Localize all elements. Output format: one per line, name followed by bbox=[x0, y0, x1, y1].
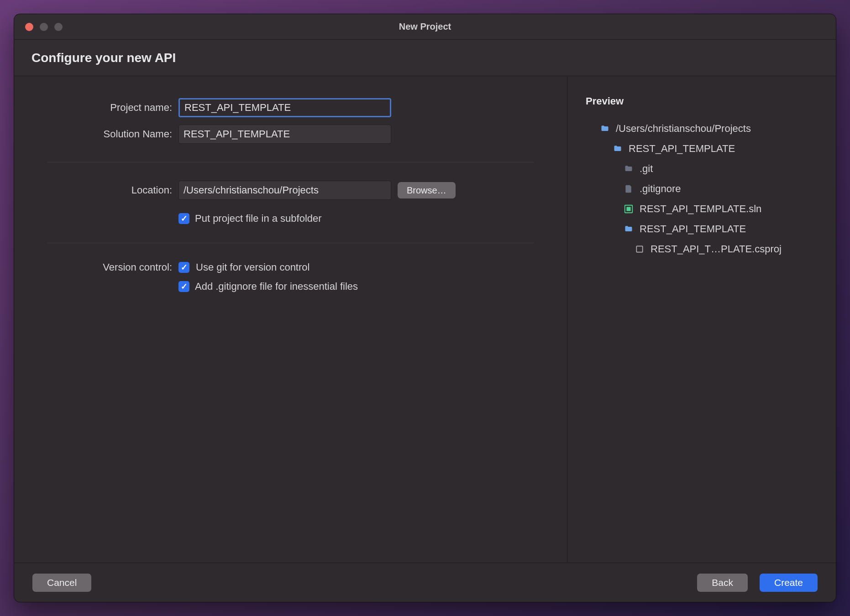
file-icon bbox=[623, 183, 634, 194]
tree-gitignore-file: .gitignore bbox=[623, 183, 818, 195]
location-label: Location: bbox=[31, 184, 172, 196]
tree-label: REST_API_TEMPLATE bbox=[629, 143, 735, 155]
preview-panel: Preview /Users/christianschou/Projects R… bbox=[567, 76, 836, 563]
window-title: New Project bbox=[14, 21, 836, 32]
tree-label: .gitignore bbox=[640, 183, 681, 195]
tree-sln-file: REST_API_TEMPLATE.sln bbox=[623, 203, 818, 215]
version-control-label: Version control: bbox=[31, 261, 172, 273]
tree-label: REST_API_TEMPLATE bbox=[640, 223, 746, 235]
close-icon[interactable] bbox=[25, 23, 33, 31]
content-area: Project name: Solution Name: Location: B… bbox=[14, 76, 836, 563]
minimize-icon[interactable] bbox=[40, 23, 48, 31]
project-name-label: Project name: bbox=[31, 102, 172, 114]
divider bbox=[47, 243, 534, 243]
gitignore-label: Add .gitignore file for inessential file… bbox=[195, 281, 358, 292]
folder-icon bbox=[599, 123, 610, 134]
tree-root: /Users/christianschou/Projects bbox=[599, 123, 818, 135]
cancel-button[interactable]: Cancel bbox=[32, 574, 91, 592]
location-row: Location: Browse… bbox=[31, 181, 551, 200]
back-button[interactable]: Back bbox=[697, 574, 748, 592]
tree-label: REST_API_TEMPLATE.sln bbox=[640, 203, 761, 215]
divider bbox=[47, 162, 534, 162]
use-git-label: Use git for version control bbox=[196, 261, 310, 273]
new-project-dialog: New Project Configure your new API Proje… bbox=[14, 14, 836, 602]
preview-title: Preview bbox=[586, 95, 818, 107]
project-name-row: Project name: bbox=[31, 98, 551, 117]
subfolder-checkbox-row: ✓ Put project file in a subfolder bbox=[178, 213, 551, 224]
gitignore-checkbox-row: ✓ Add .gitignore file for inessential fi… bbox=[178, 281, 551, 292]
gitignore-checkbox[interactable]: ✓ bbox=[178, 281, 189, 292]
footer: Cancel Back Create bbox=[14, 563, 836, 602]
form-panel: Project name: Solution Name: Location: B… bbox=[14, 76, 567, 563]
tree-csproj-file: REST_API_T…PLATE.csproj bbox=[634, 243, 818, 255]
tree-label: /Users/christianschou/Projects bbox=[616, 123, 751, 135]
maximize-icon[interactable] bbox=[54, 23, 63, 31]
folder-icon bbox=[623, 224, 634, 235]
folder-icon bbox=[612, 143, 623, 154]
folder-icon bbox=[623, 163, 634, 174]
tree-inner-folder: REST_API_TEMPLATE bbox=[623, 223, 818, 235]
tree-project-folder: REST_API_TEMPLATE bbox=[612, 143, 818, 155]
use-git-checkbox[interactable]: ✓ bbox=[178, 262, 189, 273]
solution-file-icon bbox=[623, 204, 634, 214]
tree-label: REST_API_T…PLATE.csproj bbox=[651, 243, 782, 255]
project-file-icon bbox=[634, 244, 645, 255]
footer-right: Back Create bbox=[697, 574, 818, 592]
svg-rect-1 bbox=[626, 207, 630, 211]
tree-git-folder: .git bbox=[623, 163, 818, 175]
project-name-input[interactable] bbox=[178, 98, 391, 117]
browse-button[interactable]: Browse… bbox=[398, 182, 456, 198]
solution-name-row: Solution Name: bbox=[31, 125, 551, 144]
create-button[interactable]: Create bbox=[760, 574, 818, 592]
preview-tree: /Users/christianschou/Projects REST_API_… bbox=[586, 123, 818, 255]
page-subtitle: Configure your new API bbox=[31, 51, 176, 65]
solution-name-label: Solution Name: bbox=[31, 128, 172, 140]
subfolder-checkbox-label: Put project file in a subfolder bbox=[195, 213, 322, 224]
solution-name-input[interactable] bbox=[178, 125, 391, 144]
subtitle-bar: Configure your new API bbox=[14, 40, 836, 76]
version-control-row: Version control: ✓ Use git for version c… bbox=[31, 261, 551, 273]
traffic-lights bbox=[25, 23, 63, 31]
subfolder-checkbox[interactable]: ✓ bbox=[178, 213, 189, 224]
titlebar: New Project bbox=[14, 14, 836, 40]
tree-label: .git bbox=[640, 163, 653, 175]
location-input[interactable] bbox=[178, 181, 391, 200]
svg-rect-2 bbox=[636, 246, 642, 252]
